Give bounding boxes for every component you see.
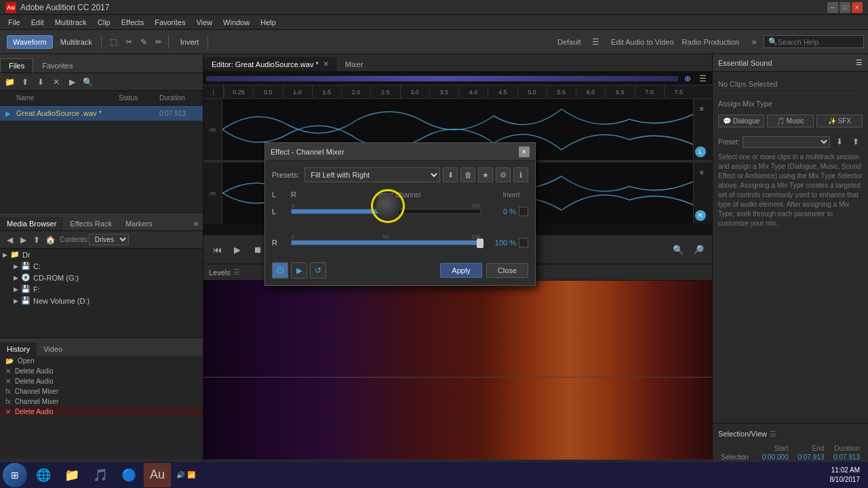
- menu-favorites[interactable]: Favorites: [149, 17, 191, 28]
- file-item[interactable]: ▶ Great AudioSource .wav * 0:07.913: [0, 106, 203, 121]
- channel-mixer-dialog[interactable]: Effect - Channel Mixer ✕ Presets: Fill L…: [264, 142, 536, 286]
- preset-extra-icon[interactable]: ⚙: [496, 167, 511, 182]
- tab-effects-rack[interactable]: Effects Rack: [63, 217, 119, 230]
- tool-pencil[interactable]: ✎: [137, 35, 151, 49]
- tab-media-browser[interactable]: Media Browser: [0, 217, 63, 230]
- skip-back-button[interactable]: ⏮: [209, 241, 225, 258]
- history-open[interactable]: 📂 Open: [0, 356, 203, 366]
- l-channel-indicator[interactable]: L: [695, 146, 706, 157]
- tab-mixer[interactable]: Mixer: [337, 58, 372, 71]
- tool-brush[interactable]: ✏: [152, 35, 165, 49]
- tree-f-drive[interactable]: ▶ 💾 F:: [11, 283, 203, 295]
- stop-button[interactable]: ⏹: [250, 241, 266, 258]
- menu-clip[interactable]: Clip: [92, 17, 116, 28]
- preset-icon1[interactable]: ⬇: [833, 135, 846, 148]
- invert-check-r[interactable]: [519, 238, 528, 247]
- search-input[interactable]: [778, 38, 859, 46]
- history-fx2[interactable]: fx Channel Mixer: [0, 396, 203, 407]
- import-icon[interactable]: ⬆: [18, 75, 32, 89]
- mb-up-icon[interactable]: ⬆: [30, 233, 43, 247]
- r-channel-indicator[interactable]: R: [695, 210, 706, 221]
- levels-menu-icon[interactable]: ☰: [233, 268, 240, 277]
- expand-r-icon[interactable]: ≡: [695, 165, 709, 179]
- taskbar-wmp[interactable]: 🎵: [87, 463, 114, 487]
- menu-help[interactable]: Help: [255, 17, 281, 28]
- music-button[interactable]: 🎵 Music: [767, 115, 813, 127]
- history-delete2[interactable]: ✕ Delete Audio: [0, 376, 203, 386]
- preset-select[interactable]: [743, 136, 830, 148]
- network-icon[interactable]: 📶: [187, 471, 195, 479]
- zoom-in-button[interactable]: 🔍: [670, 241, 686, 258]
- menu-file[interactable]: File: [3, 17, 26, 28]
- maximize-button[interactable]: □: [840, 2, 850, 13]
- tab-files[interactable]: Files: [0, 58, 33, 73]
- menu-edit[interactable]: Edit: [26, 17, 50, 28]
- play-preview-button[interactable]: ▶: [291, 262, 307, 279]
- preset-star-icon[interactable]: ★: [478, 167, 493, 182]
- taskbar-audition[interactable]: Au: [144, 463, 171, 487]
- nav-zoom-icon[interactable]: ⊕: [681, 72, 694, 85]
- presets-select[interactable]: Fill Left with Right Fill Right with Lef…: [304, 167, 440, 182]
- start-button[interactable]: ⊞: [3, 463, 27, 487]
- tree-c-drive[interactable]: ▶ 💾 C:: [11, 260, 203, 272]
- volume-icon[interactable]: 🔊: [176, 471, 184, 479]
- tab-history[interactable]: History: [0, 342, 37, 356]
- power-button[interactable]: ⏻: [272, 262, 288, 279]
- tab-editor[interactable]: Editor: Great AudioSource.wav * ✕: [203, 57, 337, 71]
- sfx-button[interactable]: ✨ SFX: [816, 115, 863, 127]
- expand-icon[interactable]: »: [747, 35, 761, 49]
- tree-cdrom[interactable]: ▶ 💿 CD-ROM (G:): [11, 272, 203, 283]
- preset-delete-icon[interactable]: 🗑: [460, 167, 475, 182]
- slider-thumb-r[interactable]: [477, 239, 484, 248]
- tab-markers[interactable]: Markers: [119, 217, 159, 230]
- search-files-icon[interactable]: 🔍: [81, 75, 94, 89]
- menu-view[interactable]: View: [191, 17, 218, 28]
- multitrack-mode-button[interactable]: Multitrack: [54, 35, 98, 49]
- nav-settings-icon[interactable]: ☰: [696, 72, 709, 85]
- tree-newvolume[interactable]: ▶ 💾 New Volume (D:): [11, 295, 203, 306]
- history-delete3[interactable]: ✕ Delete Audio: [0, 407, 203, 417]
- invert-button[interactable]: Invert: [174, 35, 205, 49]
- mb-home-icon[interactable]: 🏠: [43, 233, 57, 247]
- tree-item-dr[interactable]: ▶ 📁 Dr: [0, 249, 203, 260]
- mb-fwd-icon[interactable]: ▶: [16, 233, 30, 247]
- menu-effects[interactable]: Effects: [116, 17, 149, 28]
- preset-info-icon[interactable]: ℹ: [513, 167, 528, 182]
- tab-video[interactable]: Video: [37, 342, 69, 356]
- close-dialog-button[interactable]: Close: [486, 263, 528, 278]
- slider-r[interactable]: 0 50 100: [291, 240, 481, 245]
- search-box[interactable]: 🔍: [764, 35, 864, 48]
- zoom-out-button[interactable]: 🔎: [690, 241, 707, 258]
- settings-icon[interactable]: ☰: [589, 35, 603, 49]
- menu-window[interactable]: Window: [218, 17, 255, 28]
- sel-view-menu-icon[interactable]: ☰: [770, 430, 776, 439]
- autoplay-icon[interactable]: ▶: [65, 75, 79, 89]
- editor-tab-close[interactable]: ✕: [323, 60, 329, 68]
- mb-back-icon[interactable]: ◀: [3, 233, 16, 247]
- dialog-close-button[interactable]: ✕: [519, 146, 530, 157]
- close-button[interactable]: ✕: [852, 2, 863, 13]
- dialogue-button[interactable]: 💬 Dialogue: [718, 115, 764, 127]
- essential-menu-icon[interactable]: ☰: [856, 58, 863, 67]
- new-folder-icon[interactable]: 📁: [3, 75, 16, 89]
- tool-razor[interactable]: ✂: [122, 35, 136, 49]
- loop-preview-button[interactable]: ↺: [310, 262, 326, 279]
- history-delete1[interactable]: ✕ Delete Audio: [0, 366, 203, 376]
- menu-multitrack[interactable]: Multitrack: [50, 17, 92, 28]
- waveform-mode-button[interactable]: Waveform: [7, 35, 53, 49]
- play-button[interactable]: ▶: [229, 241, 245, 258]
- taskbar-explorer[interactable]: 📁: [58, 463, 85, 487]
- panel-expand-icon[interactable]: »: [189, 217, 203, 230]
- preset-download-icon[interactable]: ⬇: [443, 167, 458, 182]
- knob-body[interactable]: [376, 194, 400, 218]
- taskbar-ie[interactable]: 🌐: [30, 463, 57, 487]
- export-icon[interactable]: ⬇: [34, 75, 47, 89]
- minimize-button[interactable]: ─: [827, 2, 838, 13]
- history-fx1[interactable]: fx Channel Mixer: [0, 386, 203, 396]
- tab-favorites[interactable]: Favorites: [33, 58, 81, 73]
- apply-button[interactable]: Apply: [440, 263, 482, 278]
- taskbar-chrome[interactable]: 🔵: [115, 463, 142, 487]
- expand-l-icon[interactable]: ≡: [695, 102, 709, 115]
- tool-select[interactable]: ⬚: [107, 35, 121, 49]
- preset-icon2[interactable]: ⬆: [849, 135, 863, 148]
